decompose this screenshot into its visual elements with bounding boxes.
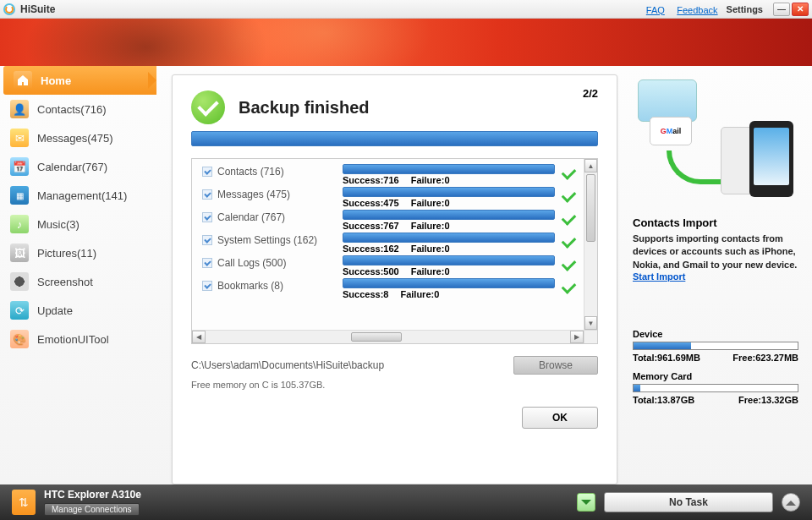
failure-text: Failure:0: [411, 198, 450, 208]
checkbox-icon[interactable]: [202, 212, 212, 222]
vertical-scrollbar[interactable]: ▲ ▼: [584, 159, 597, 330]
storage-section: Device Total:961.69MB Free:623.27MB Memo…: [633, 329, 798, 405]
browse-button[interactable]: Browse: [513, 356, 598, 375]
management-icon: ▦: [10, 186, 29, 205]
failure-text: Failure:0: [411, 266, 450, 276]
task-button[interactable]: No Task: [604, 492, 773, 512]
panel-title: Backup finished: [239, 98, 369, 118]
sidebar-item-label: Music(3): [37, 218, 80, 231]
overall-progress-bar: [191, 131, 598, 146]
app-title: HiSuite: [20, 3, 55, 15]
devices-icon: [638, 79, 697, 122]
item-done-check-icon: [560, 164, 577, 181]
manage-connections-button[interactable]: Manage Connections: [44, 503, 140, 516]
faq-link[interactable]: FAQ: [646, 5, 665, 15]
success-text: Success:162: [343, 244, 399, 254]
checkbox-icon[interactable]: [202, 258, 212, 268]
backup-item-label: Call Logs (500): [217, 257, 286, 269]
card-free: Free:13.32GB: [738, 395, 798, 405]
checkbox-icon[interactable]: [202, 281, 212, 291]
sidebar-item-label: Pictures(11): [37, 247, 96, 260]
scrollbar-corner: [584, 330, 597, 343]
backup-items-list: Contacts (716)Success:716Failure:0Messag…: [191, 158, 598, 344]
contacts-icon: 👤: [10, 100, 29, 118]
sidebar: Home 👤 Contacts(716) ✉ Messages(475) 📅 C…: [0, 66, 156, 484]
sidebar-item-label: Contacts(716): [37, 103, 107, 116]
backup-item-row: Messages (475)Success:475Failure:0: [202, 187, 580, 208]
sidebar-item-management[interactable]: ▦ Management(141): [0, 181, 156, 210]
checkbox-icon[interactable]: [202, 167, 212, 177]
scroll-up-icon[interactable]: ▲: [584, 159, 597, 172]
expand-up-icon[interactable]: [782, 493, 800, 512]
promo-title: Contacts Import: [633, 216, 798, 229]
device-name: HTC Explorer A310e: [44, 489, 141, 501]
sidebar-item-pictures[interactable]: 🖼 Pictures(11): [0, 238, 156, 267]
main: Home 👤 Contacts(716) ✉ Messages(475) 📅 C…: [0, 66, 812, 484]
card-storage-title: Memory Card: [633, 371, 798, 381]
backup-item-row: Call Logs (500)Success:500Failure:0: [202, 255, 580, 276]
backup-item-label: Calendar (767): [217, 211, 285, 223]
backup-item-row: Calendar (767)Success:767Failure:0: [202, 210, 580, 231]
scroll-left-icon[interactable]: ◀: [192, 331, 206, 343]
download-icon[interactable]: [577, 493, 595, 512]
device-free: Free:623.27MB: [732, 353, 798, 363]
sidebar-item-emotionuitool[interactable]: 🎨 EmotionUITool: [0, 325, 156, 353]
emotionui-icon: 🎨: [10, 330, 29, 348]
sidebar-item-screenshot[interactable]: Screenshot: [0, 267, 156, 296]
sidebar-item-label: Screenshot: [37, 276, 93, 288]
item-done-check-icon: [560, 210, 577, 227]
backup-item-row: System Settings (162)Success:162Failure:…: [202, 233, 580, 254]
success-text: Success:475: [343, 198, 399, 208]
sidebar-item-label: Messages(475): [37, 132, 113, 145]
titlebar: HiSuite FAQ Feedback Settings — ✕: [0, 0, 812, 19]
failure-text: Failure:0: [411, 221, 450, 231]
device-total: Total:961.69MB: [633, 353, 700, 363]
sidebar-item-update[interactable]: ⟳ Update: [0, 296, 156, 325]
progress-counter: 2/2: [583, 87, 598, 100]
failure-text: Failure:0: [411, 244, 450, 254]
settings-link[interactable]: Settings: [727, 4, 763, 14]
sidebar-item-home[interactable]: Home: [3, 66, 156, 95]
hscroll-thumb[interactable]: [351, 332, 402, 342]
backup-item-label: Messages (475): [217, 189, 290, 200]
card-storage-bar: [633, 384, 798, 392]
item-done-check-icon: [560, 187, 577, 204]
device-storage-bar: [633, 342, 798, 350]
sidebar-item-label: Calendar(767): [37, 161, 107, 173]
pictures-icon: 🖼: [10, 244, 29, 262]
failure-text: Failure:0: [400, 289, 439, 299]
checkbox-icon[interactable]: [202, 235, 212, 245]
usb-icon: ⇅: [12, 490, 36, 515]
item-done-check-icon: [560, 278, 577, 295]
scroll-down-icon[interactable]: ▼: [584, 316, 597, 330]
sidebar-item-music[interactable]: ♪ Music(3): [0, 210, 156, 238]
success-text: Success:8: [343, 289, 388, 299]
item-progress-bar: [343, 210, 555, 220]
promo-graphic: GMail: [633, 74, 798, 201]
checkbox-icon[interactable]: [202, 189, 212, 200]
sidebar-item-label: Management(141): [37, 189, 127, 202]
horizontal-scrollbar[interactable]: ◀ ▶: [192, 330, 584, 343]
bottom-bar: ⇅ HTC Explorer A310e Manage Connections …: [0, 484, 812, 520]
backup-item-label: Bookmarks (8): [217, 280, 283, 292]
item-progress-bar: [343, 164, 555, 174]
update-icon: ⟳: [10, 301, 29, 320]
sidebar-item-messages[interactable]: ✉ Messages(475): [0, 123, 156, 152]
screenshot-icon: [10, 272, 29, 291]
minimize-button[interactable]: —: [773, 3, 790, 16]
start-import-link[interactable]: Start Import: [633, 271, 685, 282]
backup-panel: 2/2 Backup finished Contacts (716)Succes…: [172, 74, 617, 484]
free-memory-text: Free memory on C is 105.37GB.: [191, 380, 598, 390]
ok-button[interactable]: OK: [522, 407, 598, 429]
home-icon: [14, 71, 32, 90]
scroll-thumb[interactable]: [586, 174, 595, 242]
scroll-right-icon[interactable]: ▶: [570, 331, 584, 343]
device-info: HTC Explorer A310e Manage Connections: [44, 489, 141, 516]
success-text: Success:767: [343, 221, 399, 231]
close-button[interactable]: ✕: [792, 3, 809, 16]
sidebar-item-contacts[interactable]: 👤 Contacts(716): [0, 95, 156, 123]
gmail-icon: GMail: [650, 117, 692, 145]
sidebar-item-calendar[interactable]: 📅 Calendar(767): [0, 152, 156, 181]
feedback-link[interactable]: Feedback: [677, 5, 717, 15]
center: 2/2 Backup finished Contacts (716)Succes…: [156, 66, 626, 484]
